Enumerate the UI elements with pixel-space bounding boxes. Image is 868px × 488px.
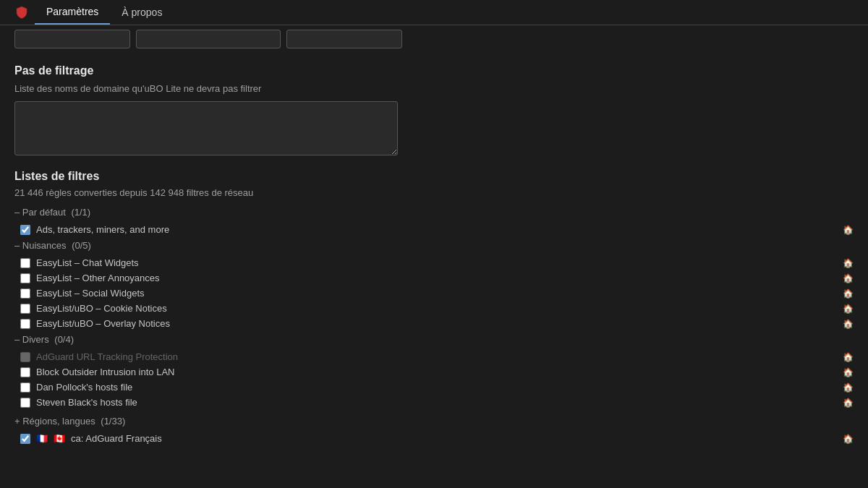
- checkbox-ads-trackers[interactable]: [20, 225, 30, 235]
- filter-social-widgets: EasyList – Social Widgets 🏠: [14, 286, 854, 301]
- tabs-bar: Paramètres À propos: [0, 0, 868, 25]
- filter-overlay-notices-label: EasyList/uBO – Overlay Notices: [36, 318, 835, 329]
- input-field-3[interactable]: [286, 30, 402, 48]
- filter-block-outsider-label: Block Outsider Intrusion into LAN: [36, 367, 835, 377]
- home-icon-chat-widgets: 🏠: [843, 258, 854, 268]
- category-divers-label: – Divers: [14, 334, 49, 345]
- filter-social-widgets-label: EasyList – Social Widgets: [36, 288, 835, 299]
- category-default[interactable]: – Par défaut (1/1): [14, 207, 854, 218]
- filter-adguard-francais-label: ca: AdGuard Français: [71, 433, 835, 444]
- filter-ads-trackers-label: Ads, trackers, miners, and more: [36, 224, 835, 235]
- checkbox-dan-pollocks[interactable]: [20, 382, 30, 393]
- checkbox-chat-widgets[interactable]: [20, 258, 30, 268]
- checkbox-cookie-notices[interactable]: [20, 304, 30, 314]
- input-row: [0, 25, 868, 53]
- filter-adguard-url: AdGuard URL Tracking Protection 🏠: [14, 349, 854, 364]
- home-icon-other-annoyances: 🏠: [843, 273, 854, 283]
- category-regions[interactable]: + Régions, langues (1/33): [14, 416, 854, 427]
- filter-ads-trackers: Ads, trackers, miners, and more 🏠: [14, 222, 854, 237]
- home-icon-block-outsider: 🏠: [843, 367, 854, 377]
- category-regions-label: + Régions, langues: [14, 416, 95, 427]
- category-divers[interactable]: – Divers (0/4): [14, 334, 854, 345]
- filter-block-outsider: Block Outsider Intrusion into LAN 🏠: [14, 364, 854, 380]
- checkbox-steven-blacks[interactable]: [20, 398, 30, 408]
- home-icon-cookie-notices: 🏠: [843, 304, 854, 314]
- filter-cookie-notices: EasyList/uBO – Cookie Notices 🏠: [14, 301, 854, 316]
- checkbox-block-outsider[interactable]: [20, 367, 30, 377]
- filter-steven-blacks: Steven Black's hosts file 🏠: [14, 395, 854, 410]
- filter-dan-pollocks-label: Dan Pollock's hosts file: [36, 382, 835, 393]
- no-filter-title: Pas de filtrage: [14, 64, 854, 77]
- checkbox-adguard-url[interactable]: [20, 352, 30, 362]
- category-nuisances[interactable]: – Nuisances (0/5): [14, 240, 854, 251]
- filter-steven-blacks-label: Steven Black's hosts file: [36, 397, 835, 408]
- category-default-count: (1/1): [69, 207, 90, 218]
- regions-section: + Régions, langues (1/33) 🇫🇷 🇨🇦 ca: AdGu…: [14, 416, 854, 446]
- home-icon-social-widgets: 🏠: [843, 288, 854, 299]
- category-nuisances-count: (0/5): [69, 240, 91, 251]
- filter-chat-widgets: EasyList – Chat Widgets 🏠: [14, 255, 854, 270]
- tab-parametres[interactable]: Paramètres: [35, 0, 110, 25]
- filter-adguard-url-label: AdGuard URL Tracking Protection: [36, 351, 835, 362]
- flag-fr: 🇫🇷: [36, 433, 48, 444]
- category-default-label: – Par défaut: [14, 207, 66, 218]
- category-nuisances-label: – Nuisances: [14, 240, 67, 251]
- filter-adguard-francais: 🇫🇷 🇨🇦 ca: AdGuard Français 🏠: [14, 431, 854, 446]
- page-container: Paramètres À propos Pas de filtrage List…: [0, 0, 868, 458]
- home-icon-adguard-francais: 🏠: [843, 434, 854, 444]
- checkbox-overlay-notices[interactable]: [20, 319, 30, 329]
- filter-chat-widgets-label: EasyList – Chat Widgets: [36, 257, 835, 268]
- checkbox-adguard-francais[interactable]: [20, 434, 30, 444]
- home-icon-dan-pollocks: 🏠: [843, 382, 854, 393]
- category-divers-count: (0/4): [52, 334, 74, 345]
- flag-ca: 🇨🇦: [54, 433, 65, 444]
- filter-cookie-notices-label: EasyList/uBO – Cookie Notices: [36, 303, 835, 314]
- main-content: Pas de filtrage Liste des noms de domain…: [0, 53, 868, 458]
- filter-other-annoyances-label: EasyList – Other Annoyances: [36, 273, 835, 283]
- input-field-1[interactable]: [14, 30, 130, 48]
- input-field-2[interactable]: [136, 30, 281, 48]
- filter-dan-pollocks: Dan Pollock's hosts file 🏠: [14, 380, 854, 395]
- home-icon-adguard-url: 🏠: [843, 352, 854, 362]
- home-icon-steven-blacks: 🏠: [843, 398, 854, 408]
- shield-icon: [14, 5, 29, 20]
- no-filter-desc: Liste des noms de domaine qu'uBO Lite ne…: [14, 83, 854, 94]
- category-regions-count: (1/33): [98, 416, 126, 427]
- filter-lists-title: Listes de filtres: [14, 170, 854, 183]
- checkbox-other-annoyances[interactable]: [20, 273, 30, 283]
- no-filter-textarea[interactable]: [14, 101, 398, 155]
- tab-apropos[interactable]: À propos: [110, 1, 174, 24]
- filter-other-annoyances: EasyList – Other Annoyances 🏠: [14, 270, 854, 286]
- filter-overlay-notices: EasyList/uBO – Overlay Notices 🏠: [14, 316, 854, 331]
- checkbox-social-widgets[interactable]: [20, 288, 30, 299]
- home-icon-ads-trackers: 🏠: [843, 225, 854, 235]
- filter-lists-stats: 21 446 règles converties depuis 142 948 …: [14, 187, 854, 198]
- home-icon-overlay-notices: 🏠: [843, 319, 854, 329]
